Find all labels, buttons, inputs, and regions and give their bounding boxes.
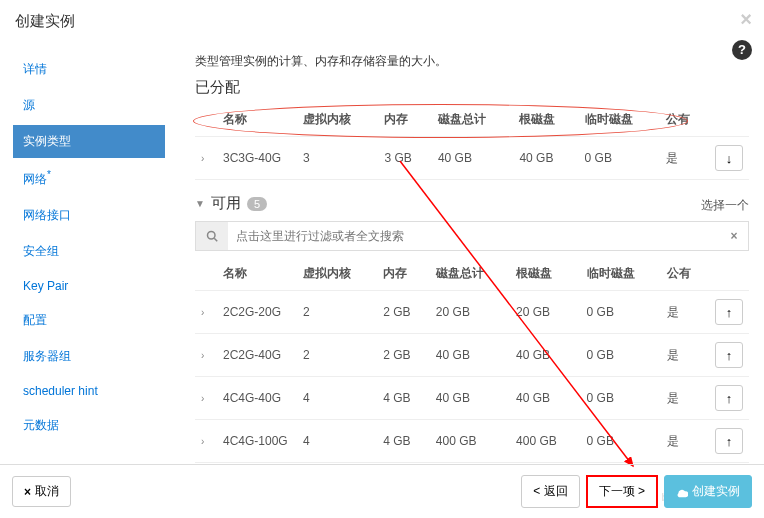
chevron-right-icon[interactable]: › bbox=[201, 307, 208, 318]
available-title: 可用 bbox=[211, 194, 241, 213]
add-button[interactable]: ↑ bbox=[715, 299, 743, 325]
select-hint: 选择一个 bbox=[701, 197, 749, 214]
chevron-down-icon[interactable]: ▼ bbox=[195, 198, 205, 209]
col-root: 根磁盘 bbox=[513, 103, 578, 137]
back-button[interactable]: < 返回 bbox=[521, 475, 579, 508]
available-table: 名称 虚拟内核 内存 磁盘总计 根磁盘 临时磁盘 公有 › 2C2G-20G2 … bbox=[195, 257, 749, 463]
launch-button[interactable]: 创建实例 bbox=[664, 475, 752, 508]
col-vcpu: 虚拟内核 bbox=[297, 103, 378, 137]
allocated-table: 名称 虚拟内核 内存 磁盘总计 根磁盘 临时磁盘 公有 › 3C3G-40G3 … bbox=[195, 103, 749, 180]
search-icon bbox=[196, 222, 228, 250]
sidebar-item-network[interactable]: 网络* bbox=[13, 161, 165, 196]
svg-point-0 bbox=[208, 232, 216, 240]
col-ram: 内存 bbox=[378, 103, 431, 137]
description-text: 类型管理实例的计算、内存和存储容量的大小。 bbox=[195, 53, 749, 70]
annotation-highlight: 下一项 > bbox=[586, 475, 658, 508]
sidebar-item-secgroups[interactable]: 安全组 bbox=[13, 235, 165, 268]
table-row: › 2C2G-20G2 2 GB20 GB 20 GB0 GB 是 ↑ bbox=[195, 291, 749, 334]
sidebar-item-ports[interactable]: 网络接口 bbox=[13, 199, 165, 232]
sidebar-item-servergroup[interactable]: 服务器组 bbox=[13, 340, 165, 373]
col-eph: 临时磁盘 bbox=[579, 103, 660, 137]
svg-line-1 bbox=[214, 238, 217, 241]
next-button[interactable]: 下一项 > bbox=[588, 477, 656, 506]
sidebar-item-config[interactable]: 配置 bbox=[13, 304, 165, 337]
table-row: › 4C4G-40G4 4 GB40 GB 40 GB0 GB 是 ↑ bbox=[195, 377, 749, 420]
sidebar-item-details[interactable]: 详情 bbox=[13, 53, 165, 86]
chevron-right-icon[interactable]: › bbox=[201, 436, 208, 447]
wizard-sidebar: 详情 源 实例类型 网络* 网络接口 安全组 Key Pair 配置 服务器组 … bbox=[0, 43, 165, 463]
cancel-button[interactable]: ×取消 bbox=[12, 476, 71, 507]
chevron-right-icon[interactable]: › bbox=[201, 393, 208, 404]
sidebar-item-flavor[interactable]: 实例类型 bbox=[13, 125, 165, 158]
col-disk: 磁盘总计 bbox=[432, 103, 513, 137]
allocated-title: 已分配 bbox=[195, 78, 749, 97]
available-count-badge: 5 bbox=[247, 197, 267, 211]
table-row: › 4C6G-100G4 6 GB100 GB 100 GB0 GB 是 ↑ bbox=[195, 463, 749, 464]
close-icon[interactable]: × bbox=[740, 8, 752, 31]
sidebar-item-keypair[interactable]: Key Pair bbox=[13, 271, 165, 301]
table-row: › 2C2G-40G2 2 GB40 GB 40 GB0 GB 是 ↑ bbox=[195, 334, 749, 377]
sidebar-item-metadata[interactable]: 元数据 bbox=[13, 409, 165, 442]
clear-icon[interactable]: × bbox=[720, 222, 748, 250]
table-row: › 3C3G-40G3 3 GB40 GB 40 GB0 GB 是 ↓ bbox=[195, 137, 749, 180]
help-icon[interactable]: ? bbox=[732, 40, 752, 60]
chevron-right-icon[interactable]: › bbox=[201, 153, 208, 164]
chevron-right-icon[interactable]: › bbox=[201, 350, 208, 361]
col-pub: 公有 bbox=[660, 103, 709, 137]
sidebar-item-scheduler[interactable]: scheduler hint bbox=[13, 376, 165, 406]
add-button[interactable]: ↑ bbox=[715, 342, 743, 368]
table-row: › 4C4G-100G4 4 GB400 GB 400 GB0 GB 是 ↑ bbox=[195, 420, 749, 463]
modal-title: 创建实例 bbox=[15, 12, 749, 31]
sidebar-item-source[interactable]: 源 bbox=[13, 89, 165, 122]
remove-button[interactable]: ↓ bbox=[715, 145, 743, 171]
add-button[interactable]: ↑ bbox=[715, 385, 743, 411]
add-button[interactable]: ↑ bbox=[715, 428, 743, 454]
search-input[interactable] bbox=[228, 222, 720, 250]
col-name: 名称 bbox=[217, 103, 297, 137]
